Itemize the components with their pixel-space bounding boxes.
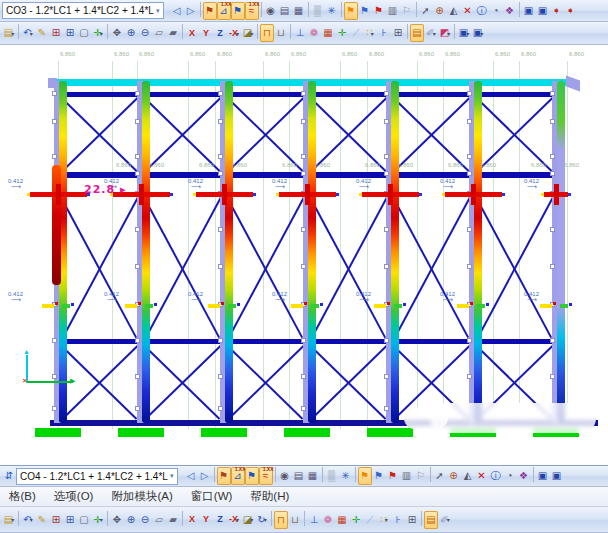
- stopwatch-icon[interactable]: ◔: [503, 467, 517, 485]
- mirror-view-icon[interactable]: ◭: [447, 2, 461, 20]
- visibility-building-icon[interactable]: ▥: [400, 467, 414, 485]
- view-3d-icon[interactable]: ▱: [152, 24, 166, 42]
- partial-view-blue-flag-icon[interactable]: ⚑: [358, 2, 372, 20]
- info-icon[interactable]: ⓘ: [489, 467, 503, 485]
- section-cut-icon[interactable]: ⊦: [377, 24, 391, 42]
- dropdown-arrow-icon[interactable]: ▾: [100, 516, 103, 523]
- view-z-icon[interactable]: Z: [213, 24, 227, 42]
- dropdown-arrow-icon[interactable]: ▾: [264, 516, 267, 523]
- delete-results-icon[interactable]: ✕: [475, 467, 489, 485]
- save-image-1-icon[interactable]: ▣▾: [457, 24, 471, 42]
- load-combination-combo-2[interactable]: CO4 - 1.2*LC1 + 1.4*LC2 + 1.4*LC6 ▾: [16, 468, 178, 485]
- menu-item[interactable]: 附加模块(A): [102, 489, 181, 504]
- save-image-2-icon[interactable]: ▣▾: [471, 24, 485, 42]
- table-sort-icon[interactable]: ⇵: [2, 467, 16, 485]
- menu-item[interactable]: 格(B): [0, 489, 45, 504]
- rotate-view-icon[interactable]: ↻▾: [255, 511, 269, 529]
- dropdown-arrow-icon[interactable]: ▾: [250, 30, 253, 37]
- dropdown-arrow-icon[interactable]: ▾: [30, 30, 33, 37]
- view-navigator-icon[interactable]: ✛▾: [91, 24, 105, 42]
- solid-display-icon[interactable]: ⊔: [274, 24, 288, 42]
- dropdown-arrow-icon[interactable]: ▾: [250, 516, 253, 523]
- nav-next-icon[interactable]: ▷: [198, 467, 212, 485]
- dropdown-arrow-icon[interactable]: ▾: [371, 30, 374, 37]
- dropdown-arrow-icon[interactable]: ▾: [385, 516, 388, 523]
- zoom-view-icon[interactable]: ⊞: [63, 511, 77, 529]
- view-navigator-icon[interactable]: ✛▾: [91, 511, 105, 529]
- partial-view-red-flag-icon[interactable]: ⚑: [386, 467, 400, 485]
- rotate-mode-icon[interactable]: ⊕: [447, 467, 461, 485]
- view-z-icon[interactable]: Z: [213, 511, 227, 529]
- view-3d-icon[interactable]: ▱: [152, 511, 166, 529]
- view-x-icon[interactable]: X: [185, 511, 199, 529]
- view-y-icon[interactable]: Y: [199, 24, 213, 42]
- nav-next-icon[interactable]: ▷: [184, 2, 198, 20]
- visibility-building-icon[interactable]: ▥: [386, 2, 400, 20]
- display-monitor-2-icon[interactable]: ▣: [536, 2, 550, 20]
- display-style-icon[interactable]: ✐▾: [438, 511, 452, 529]
- perspective-view-icon[interactable]: ▰: [166, 24, 180, 42]
- menu-item[interactable]: 窗口(W): [182, 489, 242, 504]
- printout-report-2-icon[interactable]: ➧: [564, 2, 578, 20]
- solid-results-icon[interactable]: ▦: [335, 511, 349, 529]
- nav-previous-icon[interactable]: ◁: [184, 467, 198, 485]
- zoom-window-icon[interactable]: ⊞: [49, 24, 63, 42]
- dropdown-arrow-icon[interactable]: ▾: [11, 516, 14, 523]
- menu-item[interactable]: 帮助(H): [241, 489, 298, 504]
- nav-previous-icon[interactable]: ◁: [170, 2, 184, 20]
- table-windows-icon[interactable]: ⊞: [405, 511, 419, 529]
- show-supports-icon[interactable]: ⊥: [307, 511, 321, 529]
- pin-view-icon[interactable]: ✎: [35, 511, 49, 529]
- view-y-icon[interactable]: Y: [199, 511, 213, 529]
- model-viewport[interactable]: 6.8606.8606.8606.8606.8606.8606.8606.860…: [0, 45, 608, 465]
- zoom-view-icon[interactable]: ⊞: [63, 24, 77, 42]
- printout-report-1-icon[interactable]: ➧: [550, 2, 564, 20]
- select-special-icon[interactable]: ➚: [433, 467, 447, 485]
- info-icon[interactable]: ⓘ: [475, 2, 489, 20]
- control-panel-icon[interactable]: ▤: [424, 511, 438, 529]
- zoom-out-icon[interactable]: ⊖: [138, 511, 152, 529]
- frame-display-icon[interactable]: ⊓: [274, 511, 288, 529]
- work-plane-icon[interactable]: ⟋: [349, 24, 363, 42]
- new-window-icon[interactable]: ▢: [77, 24, 91, 42]
- work-plane-icon[interactable]: ⟋: [363, 511, 377, 529]
- panels-grid-icon[interactable]: ∷▾: [377, 511, 391, 529]
- show-loads-icon[interactable]: ⚑: [203, 2, 217, 20]
- visibility-off-flag-icon[interactable]: ⚐: [400, 2, 414, 20]
- partial-view-orange-flag-icon[interactable]: ⚑: [358, 467, 372, 485]
- generate-model-icon[interactable]: ✛: [349, 511, 363, 529]
- zoom-window-icon[interactable]: ⊞: [49, 511, 63, 529]
- snap-settings-icon[interactable]: ✳: [325, 2, 339, 20]
- undo-icon[interactable]: ↶▾: [21, 24, 35, 42]
- control-panel-icon[interactable]: ▤: [410, 24, 424, 42]
- dropdown-arrow-icon[interactable]: ▾: [447, 516, 450, 523]
- visibility-off-flag-icon[interactable]: ⚐: [414, 467, 428, 485]
- rotate-mode-icon[interactable]: ⊕: [433, 2, 447, 20]
- menu-item[interactable]: 选项(O): [45, 489, 103, 504]
- partial-view-blue-flag-icon[interactable]: ⚑: [372, 467, 386, 485]
- open-project-icon[interactable]: ▤▾: [2, 511, 16, 529]
- frame-display-icon[interactable]: ⊓: [260, 24, 274, 42]
- pin-view-icon[interactable]: ✎: [35, 24, 49, 42]
- dropdown-arrow-icon[interactable]: ▾: [447, 30, 450, 37]
- dropdown-arrow-icon[interactable]: ▾: [433, 30, 436, 37]
- solid-results-icon[interactable]: ▦: [321, 24, 335, 42]
- stopwatch-icon[interactable]: ◔: [489, 2, 503, 20]
- dropdown-arrow-icon[interactable]: ▾: [236, 30, 239, 37]
- dropdown-arrow-icon[interactable]: ▾: [466, 30, 469, 37]
- display-monitor-1-icon[interactable]: ▣: [522, 2, 536, 20]
- combo-dropdown-icon[interactable]: ▾: [170, 472, 174, 480]
- mirror-view-icon[interactable]: ◭: [461, 467, 475, 485]
- result-diagram-icon[interactable]: ≈1.XX: [259, 467, 273, 485]
- partial-view-red-flag-icon[interactable]: ⚑: [372, 2, 386, 20]
- snap-settings-icon[interactable]: ✳: [339, 467, 353, 485]
- open-project-icon[interactable]: ▤▾: [2, 24, 16, 42]
- generate-model-icon[interactable]: ✛: [335, 24, 349, 42]
- partial-view-orange-flag-icon[interactable]: ⚑: [344, 2, 358, 20]
- perspective-view-icon[interactable]: ▰: [166, 511, 180, 529]
- select-special-icon[interactable]: ➚: [419, 2, 433, 20]
- animation-icon[interactable]: ◉: [264, 2, 278, 20]
- pan-view-icon[interactable]: ✥: [110, 511, 124, 529]
- show-loads-icon[interactable]: ⚑: [217, 467, 231, 485]
- color-scale-icon[interactable]: ◩▾: [438, 24, 452, 42]
